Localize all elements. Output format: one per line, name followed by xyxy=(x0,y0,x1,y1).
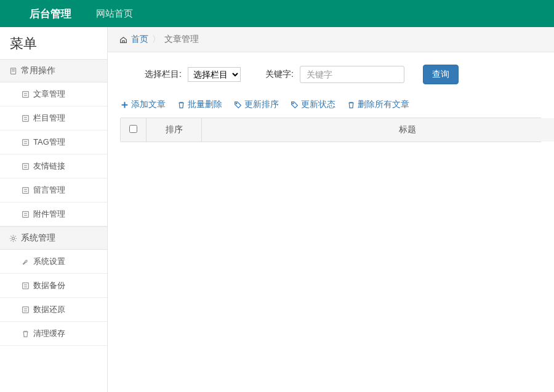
main-content: 首页 〉 文章管理 选择栏目: 选择栏目 关键字: 查询 添加文章 批量删除 xyxy=(108,27,554,392)
add-article-link[interactable]: 添加文章 xyxy=(120,99,166,110)
sidebar-group-system[interactable]: 系统管理 xyxy=(0,226,107,250)
svg-point-30 xyxy=(236,103,237,104)
wrench-icon xyxy=(21,257,30,266)
sidebar-item-friend-link[interactable]: 友情链接 xyxy=(0,154,107,178)
select-all-checkbox[interactable] xyxy=(129,125,137,133)
svg-rect-22 xyxy=(22,282,28,289)
sidebar-item-label: 数据还原 xyxy=(33,304,65,315)
col-header-title: 标题 xyxy=(202,118,555,142)
svg-rect-6 xyxy=(22,115,28,121)
svg-rect-25 xyxy=(22,306,28,313)
sidebar-item-label: 系统设置 xyxy=(33,256,65,267)
brand-title: 后台管理 xyxy=(0,7,86,21)
bulk-delete-link[interactable]: 批量删除 xyxy=(177,99,222,110)
update-sort-link[interactable]: 更新排序 xyxy=(233,99,279,110)
sidebar-group-label: 常用操作 xyxy=(21,65,55,76)
svg-rect-15 xyxy=(22,187,28,193)
article-table: 排序 标题 xyxy=(120,118,542,142)
top-navbar: 后台管理 网站首页 xyxy=(0,0,554,27)
sidebar-item-article-manage[interactable]: 文章管理 xyxy=(0,82,107,106)
sidebar-item-label: 友情链接 xyxy=(33,161,65,172)
sidebar: 菜单 常用操作 文章管理 栏目管理 TAG管理 友情链接 留言管理 xyxy=(0,27,108,392)
sidebar-item-label: 数据备份 xyxy=(33,280,65,291)
trash-icon xyxy=(177,100,185,109)
tag-icon xyxy=(290,100,299,109)
sidebar-item-clear-cache[interactable]: 清理缓存 xyxy=(0,322,107,346)
sidebar-item-tag-manage[interactable]: TAG管理 xyxy=(0,130,107,154)
delete-all-link[interactable]: 删除所有文章 xyxy=(347,99,409,110)
breadcrumb: 首页 〉 文章管理 xyxy=(108,27,554,52)
sidebar-group-common[interactable]: 常用操作 xyxy=(0,59,107,82)
breadcrumb-current: 文章管理 xyxy=(164,34,199,45)
breadcrumb-separator: 〉 xyxy=(152,34,161,45)
search-button[interactable]: 查询 xyxy=(423,65,459,84)
file-icon xyxy=(9,66,17,75)
svg-rect-12 xyxy=(22,163,28,169)
sidebar-item-system-settings[interactable]: 系统设置 xyxy=(0,250,107,274)
nav-home-link[interactable]: 网站首页 xyxy=(86,8,143,20)
column-select-label: 选择栏目: xyxy=(145,69,182,80)
list-icon xyxy=(21,210,30,218)
list-icon xyxy=(21,186,30,194)
sidebar-item-label: 栏目管理 xyxy=(33,113,65,124)
action-bar: 添加文章 批量删除 更新排序 更新状态 删除所有文章 xyxy=(108,93,554,118)
svg-rect-3 xyxy=(22,91,28,97)
trash-icon xyxy=(21,329,30,338)
list-icon xyxy=(21,138,30,146)
list-icon xyxy=(21,305,30,314)
list-icon xyxy=(21,162,30,170)
sidebar-item-message-manage[interactable]: 留言管理 xyxy=(0,178,107,202)
sidebar-item-label: 文章管理 xyxy=(33,89,65,100)
svg-rect-18 xyxy=(22,211,28,217)
sidebar-title: 菜单 xyxy=(0,27,107,59)
list-icon xyxy=(21,281,30,290)
sidebar-item-data-backup[interactable]: 数据备份 xyxy=(0,274,107,298)
sidebar-item-label: 留言管理 xyxy=(33,185,65,196)
breadcrumb-home-link[interactable]: 首页 xyxy=(131,34,148,45)
sidebar-item-column-manage[interactable]: 栏目管理 xyxy=(0,106,107,130)
col-header-checkbox xyxy=(121,118,147,142)
col-header-sort: 排序 xyxy=(147,118,202,142)
update-status-link[interactable]: 更新状态 xyxy=(290,99,335,110)
home-icon xyxy=(119,35,127,44)
sidebar-item-label: 附件管理 xyxy=(33,209,65,220)
svg-point-21 xyxy=(12,237,14,239)
sidebar-item-label: 清理缓存 xyxy=(33,328,65,339)
plus-icon xyxy=(120,100,129,109)
tag-icon xyxy=(233,100,242,109)
list-icon xyxy=(21,114,30,122)
svg-rect-9 xyxy=(22,139,28,145)
list-icon xyxy=(21,90,30,98)
sidebar-item-attachment-manage[interactable]: 附件管理 xyxy=(0,202,107,226)
sidebar-group-label: 系统管理 xyxy=(21,233,55,244)
column-select[interactable]: 选择栏目 xyxy=(188,67,241,82)
gear-icon xyxy=(9,234,17,242)
sidebar-item-label: TAG管理 xyxy=(33,137,65,148)
filter-row: 选择栏目: 选择栏目 关键字: 查询 xyxy=(108,52,554,93)
sidebar-item-data-restore[interactable]: 数据还原 xyxy=(0,298,107,322)
trash-icon xyxy=(347,100,355,109)
keyword-label: 关键字: xyxy=(265,69,294,80)
svg-point-31 xyxy=(292,103,294,104)
keyword-input[interactable] xyxy=(300,66,404,83)
